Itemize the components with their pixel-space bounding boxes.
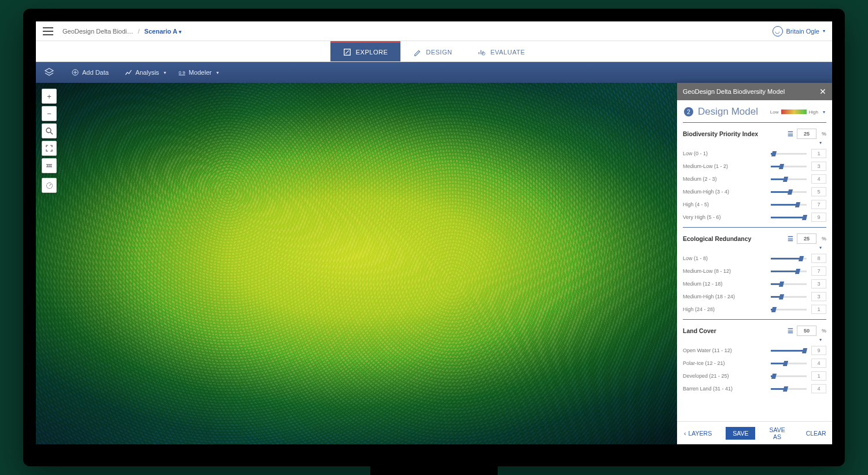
- row-value-input[interactable]: 8: [811, 254, 826, 263]
- row-slider[interactable]: [771, 269, 807, 273]
- weight-marker: [683, 247, 826, 250]
- row-value-input[interactable]: 3: [811, 279, 826, 288]
- row-value-input[interactable]: 3: [811, 162, 826, 171]
- modeler-button[interactable]: 0 9 Modeler: [179, 69, 219, 76]
- modeler-icon: 0 9: [179, 70, 185, 75]
- breadcrumb-sep: /: [138, 28, 139, 35]
- sliders-icon[interactable]: ☰: [788, 327, 793, 335]
- row-value-input[interactable]: 1: [811, 305, 826, 314]
- row-slider[interactable]: [771, 257, 807, 260]
- row-value-input[interactable]: 9: [811, 213, 826, 222]
- analysis-button[interactable]: Analysis: [125, 69, 166, 76]
- group-name: Biodiversity Priority Index: [683, 130, 758, 137]
- svg-point-1: [482, 52, 485, 55]
- row-value-input[interactable]: 9: [811, 346, 826, 355]
- row-slider[interactable]: [771, 152, 807, 155]
- group-header[interactable]: Biodiversity Priority Index ☰ 25 %: [683, 126, 826, 142]
- percent-label: %: [822, 236, 826, 242]
- row-slider[interactable]: [771, 308, 807, 311]
- group-weight-input[interactable]: 50: [797, 326, 816, 336]
- step-number-badge: 2: [684, 107, 693, 116]
- group-header[interactable]: Land Cover ☰ 50 %: [683, 323, 826, 339]
- panel-body: Biodiversity Priority Index ☰ 25 % Low (…: [677, 122, 832, 421]
- row-value-input[interactable]: 5: [811, 187, 826, 196]
- row-slider[interactable]: [771, 215, 807, 219]
- measure-button[interactable]: [42, 158, 57, 173]
- save-button[interactable]: SAVE: [726, 427, 755, 440]
- row-value-input[interactable]: 7: [811, 266, 826, 276]
- zoom-in-button[interactable]: +: [42, 89, 57, 104]
- row-slider[interactable]: [771, 374, 807, 378]
- fullscreen-button[interactable]: [42, 141, 57, 156]
- row-value-input[interactable]: 7: [811, 200, 826, 209]
- row-slider[interactable]: [771, 203, 807, 206]
- criteria-row: Medium-Low (1 - 2) 3: [683, 160, 826, 173]
- row-slider[interactable]: [771, 361, 807, 365]
- group-weight-input[interactable]: 25: [797, 129, 816, 139]
- criteria-group: Biodiversity Priority Index ☰ 25 % Low (…: [683, 122, 826, 224]
- panel-footer: ‹ LAYERS SAVE SAVE AS CLEAR: [677, 421, 832, 444]
- workspace: + − GeoDesign Delta Biodiversity Model ✕…: [36, 83, 832, 444]
- search-button[interactable]: [42, 123, 57, 138]
- row-label: Polar-Ice (12 - 21): [683, 360, 771, 366]
- weight-marker: [683, 339, 826, 342]
- gauge-icon: [46, 182, 53, 189]
- row-value-input[interactable]: 4: [811, 359, 826, 368]
- row-label: Very High (5 - 6): [683, 214, 771, 220]
- criteria-row: Developed (21 - 25) 1: [683, 370, 826, 382]
- row-value-input[interactable]: 1: [811, 149, 826, 158]
- group-weight-input[interactable]: 25: [797, 233, 816, 244]
- user-name: Britain Ogle: [786, 28, 819, 35]
- add-data-label: Add Data: [82, 69, 109, 76]
- sliders-icon[interactable]: ☰: [788, 130, 793, 138]
- row-slider[interactable]: [771, 295, 807, 298]
- user-avatar-icon: ◡: [773, 26, 783, 36]
- row-slider[interactable]: [771, 349, 807, 352]
- clear-button[interactable]: CLEAR: [799, 427, 832, 440]
- row-slider[interactable]: [771, 387, 807, 390]
- row-slider[interactable]: [771, 190, 807, 193]
- row-slider[interactable]: [771, 177, 807, 181]
- tab-design[interactable]: DESIGN: [400, 41, 465, 61]
- row-value-input[interactable]: 4: [811, 384, 826, 393]
- add-data-button[interactable]: Add Data: [72, 69, 112, 76]
- layers-icon[interactable]: [44, 67, 54, 78]
- legend-gradient: [781, 109, 807, 114]
- app-screen: GeoDesign Delta Biodi… / Scenario A ◡ Br…: [36, 21, 832, 444]
- design-model-panel: GeoDesign Delta Biodiversity Model ✕ 2 D…: [677, 83, 832, 444]
- action-toolbar: Add Data Analysis 0 9 Modeler: [36, 62, 832, 83]
- row-slider[interactable]: [771, 282, 807, 286]
- row-label: Developed (21 - 25): [683, 373, 771, 379]
- basemap-button[interactable]: [42, 178, 57, 193]
- menu-icon[interactable]: [43, 27, 53, 35]
- criteria-row: High (24 - 28) 1: [683, 303, 826, 316]
- close-panel-button[interactable]: ✕: [819, 87, 826, 96]
- user-menu[interactable]: ◡ Britain Ogle ▾: [773, 26, 825, 36]
- tab-explore[interactable]: EXPLORE: [330, 41, 400, 61]
- row-value-input[interactable]: 1: [811, 371, 826, 381]
- row-slider[interactable]: [771, 165, 807, 168]
- chevron-down-icon[interactable]: ▾: [823, 109, 825, 115]
- row-value-input[interactable]: 4: [811, 174, 826, 184]
- row-label: Open Water (11 - 12): [683, 348, 771, 353]
- panel-title-row: 2 Design Model Low High ▾: [677, 100, 832, 122]
- percent-label: %: [822, 131, 826, 137]
- criteria-row: Medium (12 - 18) 3: [683, 277, 826, 290]
- back-to-layers-link[interactable]: ‹ LAYERS: [684, 430, 712, 437]
- ruler-icon: [46, 162, 53, 169]
- breadcrumb-scenario[interactable]: Scenario A: [144, 28, 182, 35]
- mode-tabs: EXPLORE DESIGN EVALUATE: [36, 41, 832, 62]
- criteria-row: Medium-Low (8 - 12) 7: [683, 265, 826, 277]
- top-bar: GeoDesign Delta Biodi… / Scenario A ◡ Br…: [36, 21, 832, 41]
- group-header[interactable]: Ecological Redundancy ☰ 25 %: [683, 231, 826, 247]
- breadcrumb-project[interactable]: GeoDesign Delta Biodi…: [62, 28, 133, 35]
- pencil-icon: [413, 48, 421, 56]
- criteria-row: High (4 - 5) 7: [683, 198, 826, 211]
- map-viewport[interactable]: + −: [36, 83, 677, 444]
- save-as-button[interactable]: SAVE AS: [762, 423, 792, 443]
- zoom-out-button[interactable]: −: [42, 106, 57, 121]
- row-value-input[interactable]: 3: [811, 292, 826, 301]
- tab-evaluate[interactable]: EVALUATE: [465, 41, 538, 61]
- criteria-row: Barren Land (31 - 41) 4: [683, 382, 826, 395]
- sliders-icon[interactable]: ☰: [788, 235, 793, 243]
